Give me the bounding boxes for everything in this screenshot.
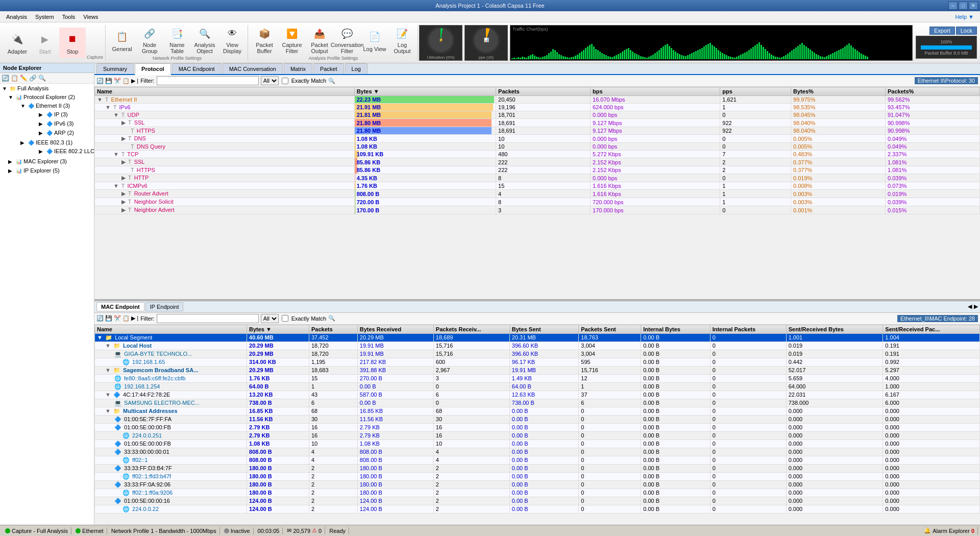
protocol-exactly-match-checkbox[interactable] bbox=[282, 78, 288, 84]
table-row[interactable]: T HTTPS 21.80 MB 18,691 9.127 Mbps 922 9… bbox=[95, 127, 980, 135]
col-pps[interactable]: pps bbox=[720, 87, 791, 96]
adapter-button[interactable]: 🔌 Adapter bbox=[4, 28, 31, 58]
tree-row-mac-explorer[interactable]: ▶ 📊 MAC Explorer (3) bbox=[6, 157, 94, 165]
table-row[interactable]: 🔷 01:00:5E:00:00:16 124.00 B 2 124.00 B … bbox=[95, 497, 980, 505]
table-row[interactable]: ▼ T UDP 21.81 MB 18,701 0.000 bps 0 98.0… bbox=[95, 111, 980, 119]
table-row[interactable]: ▼ 📁 Multicast Addresses 16.85 KB 68 16.8… bbox=[95, 407, 980, 415]
mac-col-sr-pkts[interactable]: Sent/Received Pac... bbox=[883, 325, 980, 333]
table-row[interactable]: ▶ T Neighbor Solicit 720.00 B 8 720.000 … bbox=[95, 198, 980, 206]
table-row[interactable]: 🌐 224.0.0.251 2.79 KB 16 2.79 KB 16 0.00… bbox=[95, 431, 980, 440]
tree-row-ipv6[interactable]: ▶ 🔷 IPv6 (3) bbox=[37, 119, 94, 128]
tree-row-ieee8022[interactable]: ▶ 🔷 IEEE 802.2 LLC (1) bbox=[37, 147, 94, 155]
search-icon[interactable]: 🔍 bbox=[328, 78, 335, 84]
table-row[interactable]: ▼ T ICMPv6 1.76 KB 15 1.616 Kbps 1 0.008… bbox=[95, 182, 980, 190]
table-row[interactable]: T DNS Query 1.08 KB 10 0.000 bps 0 0.005… bbox=[95, 143, 980, 151]
name-table-button[interactable]: 📑 Name Table bbox=[164, 25, 190, 56]
minimize-button[interactable]: ─ bbox=[948, 2, 958, 10]
tab-mac-endpoint-bottom[interactable]: MAC Endpoint bbox=[96, 302, 144, 311]
table-row[interactable]: 🔷 33:33:FF:D3:B4:7F 180.00 B 2 180.00 B … bbox=[95, 464, 980, 472]
mac-col-bytes[interactable]: Bytes ▼ bbox=[247, 325, 309, 333]
tree-row-arp[interactable]: ▶ 🔷 ARP (2) bbox=[37, 129, 94, 137]
table-row[interactable]: ▼ 📁 Sagemcom Broadband SA... 20.29 MB 18… bbox=[95, 366, 980, 374]
tree-row-ethernet[interactable]: ▼ 🔷 Ethernet II (3) bbox=[18, 102, 94, 110]
mac-col-tx-pkts[interactable]: Packets Sent bbox=[579, 325, 641, 333]
col-bps[interactable]: bps bbox=[591, 87, 720, 96]
mac-col-int-pkts[interactable]: Internal Packets bbox=[710, 325, 786, 333]
table-row[interactable]: 🌐 192.168.1.254 64.00 B 1 0.00 B 0 64.00… bbox=[95, 382, 980, 391]
table-row[interactable]: 💻 SAMSUNG ELECTRO-MEC... 738.00 B 6 0.00… bbox=[95, 399, 980, 407]
table-row[interactable]: 🌐 192.168.1.65 314.00 KB 1,195 217.82 KB… bbox=[95, 358, 980, 366]
arrow-right-icon[interactable]: ▶ bbox=[974, 303, 978, 310]
table-row[interactable]: 🔷 01:00:5E:7F:FF:FA 11.56 KB 30 11.56 KB… bbox=[95, 415, 980, 423]
table-row[interactable]: 🌐 ff02::1 808.00 B 4 808.00 B 4 0.00 B 0… bbox=[95, 456, 980, 464]
table-row[interactable]: 💻 GIGA-BYTE TECHNOLO... 20.29 MB 18,720 … bbox=[95, 350, 980, 358]
tree-row-ieee8023[interactable]: ▶ 🔷 IEEE 802.3 (1) bbox=[18, 138, 94, 147]
view-display-button[interactable]: 👁 View Display bbox=[219, 25, 246, 56]
table-row[interactable]: T HTTPS 85.86 KB 222 2.152 Kbps 2 0.377%… bbox=[95, 166, 980, 174]
col-name[interactable]: Name bbox=[95, 87, 355, 96]
status-alarm[interactable]: 🔔 Alarm Explorer 0 bbox=[921, 527, 978, 534]
sidebar-icon-1[interactable]: 🔄 bbox=[1, 74, 9, 82]
tab-log[interactable]: Log bbox=[345, 63, 368, 74]
table-row[interactable]: ▼ T IPv6 21.91 MB 19,196 624.000 bps 1 9… bbox=[95, 104, 980, 111]
mac-col-int-bytes[interactable]: Internal Bytes bbox=[641, 325, 710, 333]
packet-output-button[interactable]: 📤 Packet Output bbox=[306, 25, 333, 56]
table-row[interactable]: ▶ T Neighbor Advert 170.00 B 3 170.000 b… bbox=[95, 206, 980, 214]
protocol-scroll-pane[interactable]: Name Bytes ▼ Packets bps pps Bytes% Pack… bbox=[94, 87, 980, 299]
tree-row-full-analysis[interactable]: ▼ 📁 Full Analysis bbox=[0, 84, 94, 92]
start-button[interactable]: ▶ Start bbox=[32, 28, 58, 58]
table-row[interactable]: 🔷 01:00:5E:00:00:FB 2.79 KB 16 2.79 KB 1… bbox=[95, 423, 980, 431]
menu-system[interactable]: System bbox=[31, 13, 58, 21]
table-row[interactable]: 🔷 33:33:00:00:00:01 808.00 B 4 808.00 B … bbox=[95, 448, 980, 456]
col-bytes[interactable]: Bytes ▼ bbox=[354, 87, 496, 96]
mac-col-sr-bytes[interactable]: Sent/Received Bytes bbox=[786, 325, 883, 333]
menu-views[interactable]: Views bbox=[79, 13, 102, 21]
tab-packet[interactable]: Packet bbox=[313, 63, 344, 74]
packet-buffer-button[interactable]: 📦 Packet Buffer bbox=[251, 25, 278, 56]
table-row[interactable]: ▶ T DNS 1.08 KB 10 0.000 bps 0 0.005% 0.… bbox=[95, 135, 980, 143]
sidebar-icon-5[interactable]: 🔍 bbox=[38, 74, 46, 82]
tab-protocol[interactable]: Protocol bbox=[135, 63, 171, 75]
mac-col-name[interactable]: Name bbox=[95, 325, 247, 333]
mac-col-rx-bytes[interactable]: Bytes Received bbox=[357, 325, 433, 333]
sidebar-icon-3[interactable]: ✏️ bbox=[19, 74, 28, 82]
sidebar-icon-4[interactable]: 🔗 bbox=[29, 74, 37, 82]
conversation-filter-button[interactable]: 💬 Conversation Filter bbox=[334, 25, 360, 56]
mac-col-packets[interactable]: Packets bbox=[309, 325, 357, 333]
maximize-button[interactable]: □ bbox=[959, 2, 968, 10]
table-row[interactable]: 🌐 fe80::8aa5:c6ff:fe2c:cbfb 1.76 KB 15 2… bbox=[95, 374, 980, 382]
table-row[interactable]: ▼ T TCP 109.91 KB 480 5.272 Kbps 7 0.483… bbox=[95, 151, 980, 158]
table-row[interactable]: 🔷 01:00:5E:00:00:FB 1.08 KB 10 1.08 KB 1… bbox=[95, 440, 980, 448]
menu-help[interactable]: Help ▼ bbox=[951, 13, 978, 21]
log-view-button[interactable]: 📄 Log View bbox=[361, 25, 388, 56]
tree-row-ip-explorer[interactable]: ▶ 📊 IP Explorer (5) bbox=[6, 166, 94, 175]
mac-filter-all[interactable]: All bbox=[261, 314, 279, 323]
table-row[interactable]: ▼ 🔷 4C:17:44:F2:78:2E 13.20 KB 43 587.00… bbox=[95, 391, 980, 399]
table-row[interactable]: ▼ T Ethernet II 22.23 MB 20,450 16.070 M… bbox=[95, 96, 980, 104]
table-row[interactable]: 🔷 33:33:FF:0A:92:06 180.00 B 2 180.00 B … bbox=[95, 480, 980, 489]
analysis-object-button[interactable]: 🔍 Analysis Object bbox=[191, 25, 218, 56]
tab-mac-endpoint[interactable]: MAC Endpoint bbox=[172, 63, 222, 74]
col-packets[interactable]: Packets bbox=[496, 87, 591, 96]
general-button[interactable]: 📋 General bbox=[109, 25, 135, 56]
table-row[interactable]: ▼ 📁 Local Host 20.29 MB 18,720 19.91 MB … bbox=[95, 342, 980, 350]
mac-col-rx-pkts[interactable]: Packets Receiv... bbox=[433, 325, 509, 333]
tab-summary[interactable]: Summary bbox=[96, 63, 134, 74]
close-button[interactable]: ✕ bbox=[969, 2, 978, 10]
lock-button[interactable]: Lock bbox=[956, 27, 977, 35]
mac-scroll-pane[interactable]: Name Bytes ▼ Packets Bytes Received Pack… bbox=[94, 325, 980, 525]
tab-ip-endpoint-bottom[interactable]: IP Endpoint bbox=[145, 302, 184, 311]
mac-exactly-match-checkbox[interactable] bbox=[282, 315, 288, 322]
table-row[interactable]: ▶ T Router Advert 808.00 B 4 1.616 Kbps … bbox=[95, 190, 980, 198]
table-row[interactable]: 🌐 ff02::1:ff0a:9206 180.00 B 2 180.00 B … bbox=[95, 489, 980, 497]
mac-filter-input[interactable] bbox=[157, 314, 259, 323]
tree-row-protocol-explorer[interactable]: ▼ 📊 Protocol Explorer (2) bbox=[6, 93, 94, 101]
table-row[interactable]: 🌐 ff02::1:ffd3:b47f 180.00 B 2 180.00 B … bbox=[95, 472, 980, 480]
protocol-filter-input[interactable] bbox=[157, 76, 259, 85]
sidebar-icon-2[interactable]: 📋 bbox=[10, 74, 18, 82]
tab-matrix[interactable]: Matrix bbox=[284, 63, 312, 74]
menu-analysis[interactable]: Analysis bbox=[2, 13, 31, 21]
table-row[interactable]: ▶ T SSL 85.86 KB 222 2.152 Kbps 2 0.377%… bbox=[95, 158, 980, 166]
mac-search-icon[interactable]: 🔍 bbox=[328, 315, 335, 322]
col-bytes-pct[interactable]: Bytes% bbox=[791, 87, 886, 96]
